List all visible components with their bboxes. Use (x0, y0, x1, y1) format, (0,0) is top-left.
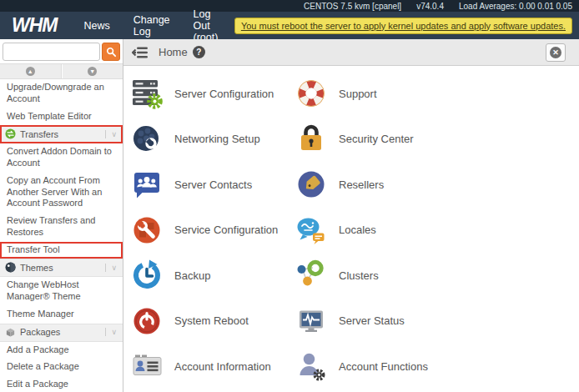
feature-label: Locales (339, 224, 376, 236)
reboot-notice-banner[interactable]: You must reboot the server to apply kern… (234, 18, 572, 34)
security-center-icon (295, 123, 328, 156)
sidebar-item-edit-a-package[interactable]: Edit a Package (0, 376, 123, 392)
networking-setup-icon (130, 123, 164, 156)
feature-resellers[interactable]: Resellers (295, 162, 579, 208)
search-icon (106, 47, 117, 58)
sidebar-item-label: Upgrade/Downgrade an Account (7, 82, 104, 103)
sidebar-item-copy-an-account-from-another-server-with-an-account-password[interactable]: Copy an Account From Another Server With… (0, 173, 123, 213)
content-area: ▲ ▼ Upgrade/Downgrade an AccountWeb Temp… (0, 39, 579, 392)
main-grid: Server ConfigurationSupportNetworking Se… (123, 66, 579, 392)
feature-account-information[interactable]: Account Information (130, 344, 295, 389)
locales-icon (295, 214, 328, 247)
sidebar-section-transfers[interactable]: Transfers∨ (0, 125, 123, 143)
feature-label: Account Functions (339, 360, 428, 373)
sidebar-item-label: Add a Package (7, 344, 69, 354)
sidebar-section-themes[interactable]: Themes∨ (0, 259, 123, 277)
feature-label: Server Contacts (174, 178, 252, 191)
feature-system-reboot[interactable]: System Reboot (130, 299, 295, 344)
feature-label: Account Information (174, 360, 271, 373)
nav-item-news[interactable]: News (83, 20, 109, 32)
sidebar-item-label: Convert Addon Domain to Account (7, 146, 112, 168)
whm-version: v74.0.4 (416, 2, 444, 11)
system-info-bar: CENTOS 7.5 kvm [cpanel] v74.0.4 Load Ave… (0, 0, 579, 12)
sidebar-scroll-controls: ▲ ▼ (0, 63, 123, 79)
feature-label: Server Status (339, 314, 405, 327)
feature-server-status[interactable]: Server Status (295, 299, 579, 344)
sidebar-section-label: Themes (20, 263, 101, 273)
sidebar-item-review-transfers-and-restores[interactable]: Review Transfers and Restores (0, 213, 123, 242)
transfers-icon (5, 128, 16, 139)
sidebar-item-delete-a-package[interactable]: Delete a Package (0, 359, 123, 376)
scroll-down-button[interactable]: ▼ (63, 64, 123, 78)
feature-service-configuration[interactable]: Service Configuration (130, 208, 295, 254)
sidebar-item-label: Change WebHost Manager® Theme (7, 279, 81, 301)
nav-item-log-out[interactable]: Log Out (root) (194, 8, 223, 43)
sidebar-item-web-template-editor[interactable]: Web Template Editor (0, 108, 123, 126)
clusters-icon (295, 259, 328, 292)
feature-label: Clusters (339, 269, 379, 282)
feature-label: Resellers (339, 178, 384, 191)
sidebar-item-transfer-tool[interactable]: Transfer Tool (0, 242, 123, 259)
sidebar-item-upgrade-downgrade-an-account[interactable]: Upgrade/Downgrade an Account (0, 79, 123, 108)
sidebar-section-label: Packages (20, 327, 101, 337)
server-status-icon (295, 304, 328, 338)
close-button[interactable]: ✕ (546, 43, 566, 62)
sidebar: ▲ ▼ Upgrade/Downgrade an AccountWeb Temp… (0, 39, 123, 392)
sidebar-menu: Upgrade/Downgrade an AccountWeb Template… (0, 79, 123, 392)
server-contacts-icon (130, 168, 164, 201)
server-configuration-icon (130, 77, 164, 110)
search-button[interactable] (102, 43, 120, 61)
backup-icon (130, 259, 164, 292)
chevron-up-icon: ▲ (26, 67, 35, 76)
support-icon (295, 77, 328, 110)
sidebar-item-convert-addon-domain-to-account[interactable]: Convert Addon Domain to Account (0, 143, 123, 173)
load-averages: Load Averages: 0.00 0.01 0.05 (459, 2, 572, 11)
feature-server-configuration[interactable]: Server Configuration (130, 71, 295, 117)
sidebar-item-label: Copy an Account From Another Server With… (7, 175, 102, 209)
feature-networking-setup[interactable]: Networking Setup (130, 117, 295, 163)
close-icon: ✕ (550, 47, 561, 58)
sidebar-item-change-webhost-manager-theme[interactable]: Change WebHost Manager® Theme (0, 277, 123, 306)
feature-support[interactable]: Support (295, 71, 579, 117)
feature-server-contacts[interactable]: Server Contacts (130, 162, 295, 208)
feature-label: System Reboot (174, 314, 249, 327)
breadcrumb-home[interactable]: Home (159, 46, 188, 58)
chevron-down-icon[interactable]: ∨ (105, 328, 119, 336)
feature-label: Security Center (339, 133, 414, 145)
sidebar-section-packages[interactable]: Packages∨ (0, 324, 123, 342)
main-panel: Home ? ✕ Server ConfigurationSupportNetw… (123, 39, 579, 392)
sidebar-item-label: Review Transfers and Restores (7, 215, 95, 237)
chevron-down-icon: ▼ (88, 67, 97, 76)
feature-locales[interactable]: Locales (295, 208, 579, 254)
main-nav-bar: WHM News Change Log Log Out (root) You m… (0, 12, 579, 39)
themes-icon (5, 262, 16, 273)
sidebar-item-label: Delete a Package (7, 361, 79, 371)
feature-label: Server Configuration (174, 88, 274, 100)
sidebar-item-label: Transfer Tool (7, 244, 60, 254)
sidebar-item-add-a-package[interactable]: Add a Package (0, 342, 123, 359)
breadcrumb: Home ? ✕ (123, 39, 579, 66)
account-information-icon (130, 349, 164, 383)
feature-label: Backup (174, 269, 210, 282)
feature-security-center[interactable]: Security Center (295, 117, 579, 163)
scroll-up-button[interactable]: ▲ (0, 64, 62, 78)
search-input[interactable] (3, 43, 100, 61)
feature-label: Service Configuration (174, 224, 278, 236)
chevron-down-icon[interactable]: ∨ (105, 264, 119, 272)
collapse-sidebar-icon[interactable] (132, 47, 149, 58)
system-reboot-icon (130, 304, 164, 338)
system-name: CENTOS 7.5 kvm [cpanel] (304, 2, 401, 11)
service-configuration-icon (130, 214, 164, 247)
sidebar-section-label: Transfers (20, 129, 101, 139)
feature-clusters[interactable]: Clusters (295, 253, 579, 299)
sidebar-item-theme-manager[interactable]: Theme Manager (0, 306, 123, 324)
feature-backup[interactable]: Backup (130, 253, 295, 299)
nav-item-change-log[interactable]: Change Log (133, 14, 170, 38)
help-icon[interactable]: ? (193, 46, 205, 58)
whm-logo[interactable]: WHM (12, 14, 57, 37)
packages-icon (5, 327, 16, 338)
feature-account-functions[interactable]: Account Functions (295, 344, 579, 389)
feature-label: Support (339, 88, 377, 100)
chevron-down-icon[interactable]: ∨ (105, 130, 119, 138)
sidebar-item-label: Theme Manager (7, 309, 74, 319)
